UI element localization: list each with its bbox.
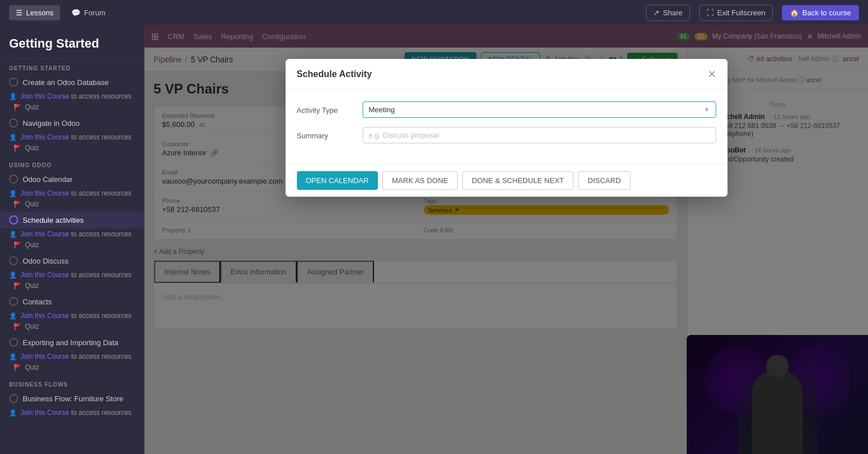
join-row-biz: 👤 Join this Course to access resources <box>0 407 144 418</box>
person-icon: 👤 <box>9 93 17 100</box>
join-link-contacts[interactable]: Join this Course <box>20 312 69 320</box>
sidebar-item-odoo-discuss[interactable]: Odoo Discuss <box>0 252 144 269</box>
quiz-label-contacts: Quiz <box>25 323 39 330</box>
quiz-row-schedule[interactable]: 🚩 Quiz <box>0 240 144 252</box>
sidebar-item-biz-furniture[interactable]: Business Flow: Furniture Store <box>0 390 144 407</box>
dropdown-arrow-icon: ▼ <box>704 107 710 113</box>
create-db-label: Create an Odoo Database <box>23 78 109 87</box>
join-link-navigate[interactable]: Join this Course <box>20 133 69 141</box>
quiz-label-schedule: Quiz <box>25 241 39 249</box>
exit-fullscreen-button[interactable]: ⛶ Exit Fullscreen <box>699 5 773 21</box>
open-calendar-button[interactable]: OPEN CALENDAR <box>297 171 378 190</box>
summary-row: Summary <box>297 127 716 143</box>
join-row-exporting: 👤 Join this Course to access resources <box>0 351 144 362</box>
mark-as-done-button[interactable]: MARK AS DONE <box>382 171 458 190</box>
flag-icon2: 🚩 <box>14 145 22 152</box>
modal-title: Schedule Activity <box>297 69 372 79</box>
quiz-row-navigate[interactable]: 🚩 Quiz <box>0 143 144 155</box>
activity-type-value: Meeting <box>369 105 395 114</box>
odoo-calendar-label: Odoo Calendar <box>23 175 73 184</box>
activity-type-label: Activity Type <box>297 101 354 114</box>
content-area: ⊞ CRM Sales Reporting Configuration 51 3… <box>144 25 868 454</box>
quiz-label-navigate: Quiz <box>25 144 39 152</box>
modal-close-button[interactable]: ✕ <box>708 68 716 80</box>
quiz-row-discuss[interactable]: 🚩 Quiz <box>0 281 144 293</box>
sidebar: Getting Started GETTING STARTED Create a… <box>0 25 144 454</box>
biz-furniture-label: Business Flow: Furniture Store <box>23 394 124 403</box>
flag-icon6: 🚩 <box>14 323 22 330</box>
flag-icon4: 🚩 <box>14 241 22 249</box>
share-button[interactable]: ↗ Share <box>646 5 690 21</box>
person-icon7: 👤 <box>9 353 17 360</box>
quiz-row-create[interactable]: 🚩 Quiz <box>0 102 144 114</box>
person-icon2: 👤 <box>9 134 17 141</box>
person-icon6: 👤 <box>9 312 17 320</box>
join-row-navigate: 👤 Join this Course to access resources <box>0 131 144 143</box>
person-icon3: 👤 <box>9 190 17 197</box>
lessons-icon: ☰ <box>16 9 23 17</box>
quiz-row-contacts[interactable]: 🚩 Quiz <box>0 321 144 334</box>
activity-type-select[interactable]: Meeting ▼ <box>363 101 716 118</box>
join-row-create: 👤 Join this Course to access resources <box>0 91 144 102</box>
join-row-discuss: 👤 Join this Course to access resources <box>0 269 144 281</box>
sidebar-item-schedule[interactable]: Schedule activities <box>0 211 144 228</box>
quiz-row-calendar[interactable]: 🚩 Quiz <box>0 199 144 211</box>
sidebar-item-odoo-calendar[interactable]: Odoo Calendar <box>0 171 144 188</box>
join-link-exporting[interactable]: Join this Course <box>20 353 69 360</box>
contacts-label: Contacts <box>23 298 52 306</box>
main-layout: Getting Started GETTING STARTED Create a… <box>0 25 868 454</box>
sidebar-item-exporting[interactable]: Exporting and Importing Data <box>0 334 144 351</box>
share-icon: ↗ <box>653 9 659 17</box>
modal-header: Schedule Activity ✕ <box>286 59 727 90</box>
join-text-contacts: Join this Course to access resources <box>20 312 131 320</box>
done-and-schedule-button[interactable]: DONE & SCHEDULE NEXT <box>462 171 574 190</box>
activity-type-row: Activity Type Meeting ▼ <box>297 101 716 118</box>
exit-fullscreen-label: Exit Fullscreen <box>717 9 765 17</box>
calendar-circle-icon <box>9 175 18 184</box>
navigate-label: Navigate in Odoo <box>23 119 79 128</box>
top-nav-right: ↗ Share ⛶ Exit Fullscreen 🏠 Back to cour… <box>646 5 859 21</box>
flag-icon7: 🚩 <box>14 364 22 371</box>
join-link-calendar[interactable]: Join this Course <box>20 189 69 197</box>
discuss-circle-icon <box>9 256 18 265</box>
schedule-circle-icon <box>9 215 18 224</box>
forum-icon: 💬 <box>71 9 80 17</box>
discard-button[interactable]: DISCARD <box>578 171 631 190</box>
share-label: Share <box>663 9 683 17</box>
quiz-label-create: Quiz <box>25 103 39 111</box>
join-row-contacts: 👤 Join this Course to access resources <box>0 310 144 321</box>
back-to-course-button[interactable]: 🏠 Back to course <box>782 5 859 20</box>
quiz-label-calendar: Quiz <box>25 200 39 208</box>
quiz-label-exporting: Quiz <box>25 363 39 371</box>
join-text-schedule: Join this Course to access resources <box>20 230 131 238</box>
quiz-row-exporting[interactable]: 🚩 Quiz <box>0 362 144 375</box>
sidebar-item-navigate[interactable]: Navigate in Odoo <box>0 114 144 131</box>
join-link-schedule[interactable]: Join this Course <box>20 230 69 238</box>
top-navigation: ☰ Lessons 💬 Forum ↗ Share ⛶ Exit Fullscr… <box>0 0 868 25</box>
join-text-create: Join this Course to access resources <box>20 92 131 100</box>
checkbox-icon <box>9 78 18 87</box>
lessons-button[interactable]: ☰ Lessons <box>9 5 60 20</box>
join-link-discuss[interactable]: Join this Course <box>20 271 69 279</box>
sidebar-title: Getting Started <box>0 25 144 58</box>
sidebar-item-contacts[interactable]: Contacts <box>0 293 144 310</box>
join-link-biz[interactable]: Join this Course <box>20 409 69 417</box>
exporting-label: Exporting and Importing Data <box>23 338 118 347</box>
back-to-course-label: Back to course <box>802 9 851 17</box>
flag-icon: 🚩 <box>14 104 22 111</box>
join-text-biz: Join this Course to access resources <box>20 409 131 417</box>
join-text-calendar: Join this Course to access resources <box>20 189 131 197</box>
top-nav-left: ☰ Lessons 💬 Forum <box>9 5 112 20</box>
summary-input[interactable] <box>369 131 710 139</box>
summary-field[interactable] <box>363 127 716 143</box>
flag-icon5: 🚩 <box>14 282 22 290</box>
join-row-schedule: 👤 Join this Course to access resources <box>0 228 144 240</box>
lessons-label: Lessons <box>26 9 53 17</box>
section-business-flows: BUSINESS FLOWS <box>0 375 144 390</box>
quiz-label-discuss: Quiz <box>25 282 39 290</box>
schedule-activities-label: Schedule activities <box>23 216 84 224</box>
join-link-create[interactable]: Join this Course <box>20 92 69 100</box>
person-icon8: 👤 <box>9 409 17 417</box>
forum-button[interactable]: 💬 Forum <box>65 5 112 20</box>
sidebar-item-create-db[interactable]: Create an Odoo Database <box>0 74 144 91</box>
